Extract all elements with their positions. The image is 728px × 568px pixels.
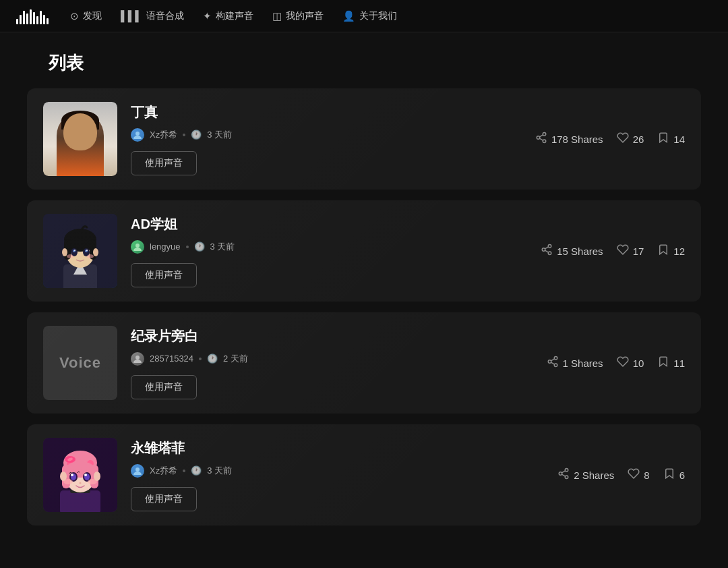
- svg-point-63: [566, 469, 569, 472]
- author-name: lengyue: [150, 242, 181, 252]
- discover-icon: ⊙: [70, 10, 79, 22]
- card-info: 永雏塔菲 Xz乔希 🕐 3 天前 使用声音: [117, 439, 537, 511]
- card-name: AD学姐: [131, 215, 520, 233]
- post-time: 3 天前: [210, 241, 235, 253]
- separator: [199, 358, 202, 360]
- nav-label-discover: 发现: [83, 10, 102, 22]
- card-thumbnail-ding: [43, 102, 117, 176]
- card-stats: 2 Shares 8 6: [537, 467, 685, 482]
- nav-item-voice-synthesis[interactable]: ▌▌▌ 语音合成: [121, 10, 184, 22]
- page-title: 列表: [49, 51, 679, 75]
- svg-point-23: [62, 248, 67, 256]
- nav-label-build-voice: 构建声音: [216, 10, 253, 22]
- svg-point-32: [554, 357, 557, 360]
- nav-label-voice-synthesis: 语音合成: [146, 10, 184, 22]
- svg-point-59: [94, 472, 100, 481]
- use-voice-button[interactable]: 使用声音: [131, 375, 197, 399]
- nav-item-about-us[interactable]: 👤 关于我们: [342, 10, 397, 22]
- shares-stat: 15 Shares: [541, 244, 603, 258]
- bookmarks-value: 11: [673, 358, 685, 369]
- nav-item-my-voice[interactable]: ◫ 我的声音: [272, 10, 324, 22]
- post-time: 3 天前: [207, 465, 232, 477]
- card-stats: 15 Shares 17 12: [520, 244, 685, 258]
- svg-point-58: [60, 472, 67, 481]
- list-item: 永雏塔菲 Xz乔希 🕐 3 天前 使用声音 2 Shares: [27, 424, 701, 526]
- clock-icon: 🕐: [191, 465, 202, 476]
- logo[interactable]: [16, 8, 49, 24]
- build-voice-icon: ✦: [203, 10, 212, 22]
- list-item: 丁真 Xz乔希 🕐 3 天前 使用声音 178 Shares: [27, 88, 701, 190]
- svg-point-24: [93, 248, 98, 256]
- shares-value: 1 Shares: [563, 358, 603, 369]
- card-meta: lengyue 🕐 3 天前: [131, 240, 520, 254]
- share-icon: [541, 244, 553, 258]
- card-info: AD学姐 lengyue 🕐 3 天前 使用声音: [117, 215, 520, 287]
- svg-line-29: [545, 250, 549, 252]
- likes-value: 26: [633, 134, 644, 145]
- use-voice-button[interactable]: 使用声音: [131, 487, 197, 511]
- voice-synthesis-icon: ▌▌▌: [121, 10, 142, 22]
- about-us-icon: 👤: [342, 10, 355, 22]
- logo-icon: [16, 8, 49, 24]
- bookmarks-stat: 14: [657, 132, 685, 146]
- nav-links: ⊙ 发现 ▌▌▌ 语音合成 ✦ 构建声音 ◫ 我的声音 👤 关于我们: [70, 10, 712, 22]
- card-list: 丁真 Xz乔希 🕐 3 天前 使用声音 178 Shares: [0, 88, 728, 536]
- svg-point-0: [135, 132, 140, 136]
- my-voice-icon: ◫: [272, 10, 282, 22]
- svg-line-66: [562, 474, 566, 476]
- svg-point-3: [543, 140, 546, 143]
- likes-stat: 17: [617, 244, 644, 258]
- likes-value: 8: [644, 470, 649, 481]
- bookmark-icon: [657, 244, 669, 258]
- nav-item-discover[interactable]: ⊙ 发现: [70, 10, 102, 22]
- card-thumbnail-ad: [43, 214, 117, 288]
- author-name: 285715324: [150, 353, 193, 364]
- list-item: Voice 纪录片旁白 285715324 🕐 2 天前 使用声音 1 Shar…: [27, 312, 701, 414]
- author-avatar: [131, 352, 144, 366]
- author-avatar: [131, 128, 144, 142]
- nav-item-build-voice[interactable]: ✦ 构建声音: [203, 10, 253, 22]
- bookmarks-stat: 11: [657, 356, 685, 370]
- author-avatar: [131, 464, 144, 478]
- svg-point-2: [537, 136, 540, 140]
- card-meta: Xz乔希 🕐 3 天前: [131, 128, 515, 142]
- share-icon: [547, 356, 559, 370]
- use-voice-button[interactable]: 使用声音: [131, 263, 197, 287]
- heart-icon: [617, 132, 629, 146]
- post-time: 2 天前: [223, 353, 248, 365]
- svg-point-54: [84, 474, 87, 476]
- svg-point-19: [74, 250, 75, 251]
- likes-stat: 26: [617, 132, 644, 146]
- heart-icon: [617, 356, 629, 370]
- separator: [186, 246, 189, 248]
- likes-stat: 8: [628, 467, 649, 482]
- shares-stat: 2 Shares: [557, 467, 614, 482]
- card-name: 丁真: [131, 103, 515, 121]
- svg-point-31: [135, 356, 140, 360]
- svg-line-36: [551, 359, 554, 361]
- card-name: 永雏塔菲: [131, 439, 537, 457]
- svg-point-28: [548, 252, 551, 255]
- page-header: 列表: [0, 32, 728, 88]
- bookmarks-value: 6: [679, 470, 685, 481]
- clock-icon: 🕐: [194, 242, 205, 252]
- card-meta: Xz乔希 🕐 3 天前: [131, 464, 537, 478]
- card-stats: 178 Shares 26 14: [515, 132, 685, 146]
- card-info: 纪录片旁白 285715324 🕐 2 天前 使用声音: [117, 327, 526, 399]
- likes-value: 17: [633, 246, 644, 257]
- shares-stat: 1 Shares: [547, 356, 603, 370]
- likes-stat: 10: [617, 356, 644, 370]
- nav-label-about-us: 关于我们: [359, 10, 397, 22]
- svg-line-4: [539, 138, 543, 140]
- card-name: 纪录片旁白: [131, 327, 526, 345]
- svg-point-53: [71, 474, 73, 476]
- share-icon: [557, 467, 570, 482]
- author-name: Xz乔希: [150, 129, 177, 141]
- heart-icon: [628, 467, 640, 482]
- bookmarks-value: 12: [673, 246, 685, 257]
- bookmarks-stat: 12: [657, 244, 685, 258]
- use-voice-button[interactable]: 使用声音: [131, 151, 197, 175]
- likes-value: 10: [633, 358, 644, 369]
- shares-value: 15 Shares: [557, 246, 603, 257]
- svg-point-33: [548, 360, 551, 364]
